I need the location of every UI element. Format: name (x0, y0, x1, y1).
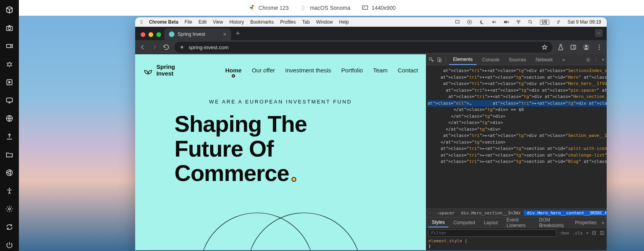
device-icon[interactable] (436, 57, 442, 63)
address-bar[interactable]: spring-invest.com (174, 42, 552, 53)
control-center-icon[interactable] (556, 19, 561, 25)
forward-button[interactable] (151, 44, 158, 51)
search-icon[interactable] (528, 19, 534, 25)
menu-help[interactable]: Help (339, 19, 349, 25)
side-panel-icon[interactable] (570, 44, 577, 51)
wifi-icon[interactable] (516, 19, 521, 25)
new-style-icon[interactable]: + (586, 231, 589, 236)
hero-dot-icon (292, 177, 296, 182)
os-chip:  macOS Sonoma (300, 4, 350, 11)
crumb-item[interactable]: div.Hero_section__3n3Wz (458, 210, 524, 216)
menu-file[interactable]: File (185, 19, 192, 25)
menubar-clock[interactable]: Sat 9 Mar 09:19 (568, 19, 601, 25)
menu-tab[interactable]: Tab (302, 19, 310, 25)
tab-more-icon[interactable]: » (558, 55, 569, 65)
apple-menu-icon[interactable]:  (141, 19, 143, 25)
menu-icon[interactable] (596, 44, 603, 51)
logo-text-1: Spring (156, 64, 175, 70)
window-controls (139, 32, 164, 40)
window-zoom-icon[interactable] (156, 32, 161, 37)
subtab-styles[interactable]: Styles (428, 218, 448, 227)
camera-icon[interactable] (5, 24, 14, 32)
styles-filter-input[interactable] (428, 229, 556, 237)
devtools-menu-icon[interactable]: ⋮ (594, 57, 598, 62)
menu-view[interactable]: View (213, 19, 223, 25)
volume-icon[interactable] (491, 19, 497, 25)
devtools-settings-icon[interactable] (585, 57, 591, 63)
nav-investment-thesis[interactable]: Investment thesis (285, 67, 331, 74)
input-source[interactable]: US (540, 20, 549, 25)
play-icon[interactable] (5, 78, 14, 87)
app-name[interactable]: Chrome Beta (149, 19, 178, 25)
folder-icon[interactable] (5, 150, 14, 159)
nav-portfolio[interactable]: Portfolio (341, 67, 363, 74)
element-style-rule[interactable]: element.style { } (428, 238, 604, 249)
crumb-item-selected[interactable]: div.Hero_hero__content__3R5RC.Hero_m__3a… (524, 210, 607, 216)
globe-icon[interactable] (5, 114, 14, 123)
labs-icon[interactable] (557, 44, 564, 51)
tab-close-icon[interactable]: × (223, 31, 226, 37)
devtools-close-icon[interactable]: × (602, 57, 604, 62)
computed-panel-icon[interactable] (600, 231, 604, 236)
bookmark-icon[interactable] (541, 44, 548, 50)
profile-icon[interactable] (582, 43, 590, 51)
subtab-more-icon[interactable]: » (602, 220, 604, 225)
subtab-properties[interactable]: Properties (572, 218, 600, 227)
hov-toggle[interactable]: :hov (559, 231, 569, 236)
battery-icon[interactable] (503, 19, 509, 25)
play-status-icon[interactable] (467, 19, 473, 25)
tab-elements[interactable]: Elements (449, 55, 477, 65)
sync-icon[interactable] (5, 223, 14, 231)
menu-window[interactable]: Window (316, 19, 333, 25)
menu-history[interactable]: History (229, 19, 244, 25)
site-logo[interactable]: Spring Invest (143, 64, 175, 77)
svg-point-19 (518, 23, 519, 24)
site-info-icon[interactable] (179, 44, 185, 50)
nav-team[interactable]: Team (373, 67, 388, 74)
crumb-item[interactable]: -spacer (433, 210, 458, 216)
subtab-layout[interactable]: Layout (480, 218, 501, 227)
nav-home[interactable]: Home (225, 67, 242, 74)
subtab-computed[interactable]: Computed (450, 218, 479, 227)
tab-overflow-icon[interactable] (595, 29, 603, 37)
menu-bookmarks[interactable]: Bookmarks (250, 19, 274, 25)
reload-button[interactable] (163, 44, 170, 51)
menu-edit[interactable]: Edit (198, 19, 207, 25)
chrome-rail-icon[interactable] (5, 168, 14, 177)
hero-graphic (198, 211, 363, 250)
logo-icon[interactable] (5, 6, 14, 14)
screenshare-icon[interactable] (455, 19, 461, 25)
tab-network[interactable]: Network (532, 55, 557, 65)
elements-dom-tree[interactable]: at">class="tri">▸<at">class="tg">div at"… (426, 65, 607, 209)
new-tab-button[interactable]: + (231, 30, 245, 40)
svg-rect-5 (7, 44, 11, 48)
svg-point-6 (8, 63, 11, 66)
inspect-icon[interactable] (428, 57, 435, 63)
window-minimize-icon[interactable] (149, 32, 153, 37)
nav-our-offer[interactable]: Our offer (252, 67, 275, 74)
settings-icon[interactable] (5, 205, 14, 213)
styles-panel-icon[interactable] (592, 231, 596, 236)
svg-rect-14 (456, 20, 459, 23)
accessibility-icon[interactable] (5, 186, 14, 195)
display-icon[interactable] (5, 96, 14, 105)
power-icon[interactable] (5, 241, 14, 249)
styles-pane: :hov .cls + element.style { } (426, 227, 607, 250)
bug-icon[interactable] (5, 60, 14, 68)
browser-tab[interactable]: Spring Invest × (164, 28, 231, 40)
tab-console[interactable]: Console (478, 55, 503, 65)
crumb-scroll-left[interactable]: ‹ (426, 210, 433, 216)
url-text: spring-invest.com (189, 44, 229, 50)
cls-toggle[interactable]: .cls (572, 231, 583, 236)
menu-profiles[interactable]: Profiles (280, 19, 296, 25)
moon-icon[interactable] (479, 19, 485, 25)
window-close-icon[interactable] (141, 32, 145, 37)
webpage-viewport[interactable]: Spring Invest Home Our offer Investment … (135, 54, 426, 250)
tab-title: Spring Invest (178, 31, 205, 37)
tab-sources[interactable]: Sources (505, 55, 530, 65)
svg-point-4 (8, 27, 11, 30)
upload-icon[interactable] (5, 132, 14, 141)
nav-contact[interactable]: Contact (398, 67, 418, 74)
video-icon[interactable] (5, 42, 14, 50)
back-button[interactable] (139, 44, 146, 51)
